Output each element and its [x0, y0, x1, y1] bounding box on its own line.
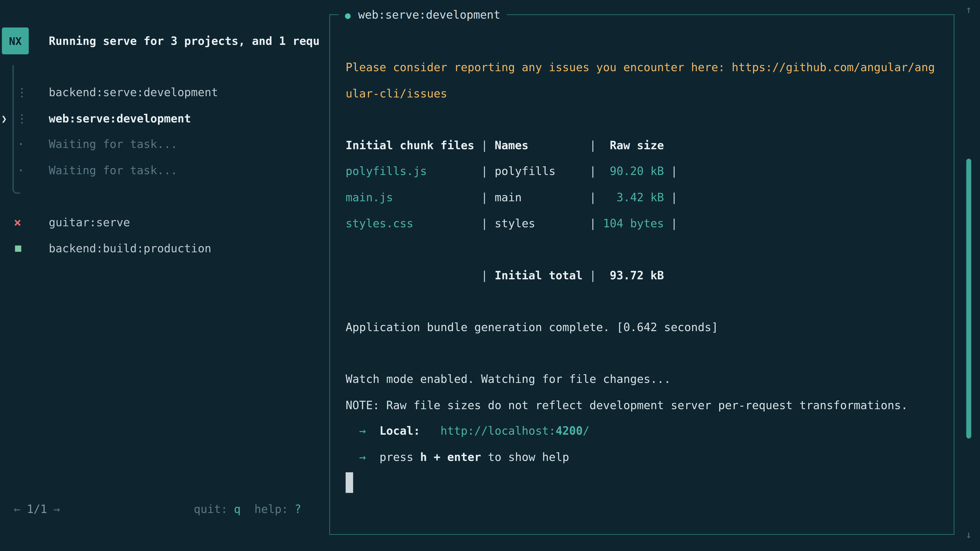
pager-left-icon[interactable]: ← [14, 502, 21, 515]
pager: ←1/1→ [14, 496, 60, 522]
help-line-keys: h + enter [420, 450, 481, 463]
pipe: | [590, 268, 597, 281]
table-total-row: |Initial total|93.72 kB [345, 262, 939, 288]
help-hint-label: help: [255, 502, 288, 515]
issue-notice: Please consider reporting any issues you… [345, 54, 935, 106]
cell-file: polyfills.js [345, 159, 481, 184]
col-header-size: Raw size [596, 132, 664, 159]
pipe: | [481, 165, 488, 178]
success-square-icon [15, 245, 21, 251]
url-port: 4200 [555, 424, 583, 437]
pager-right-icon[interactable]: → [53, 502, 60, 515]
task-item-waiting-2[interactable]: ·Waiting for task... [0, 157, 329, 184]
output-panel: ●web:serve:development Please consider r… [329, 14, 955, 535]
waiting-dot-icon: · [18, 131, 24, 157]
pipe: | [664, 210, 678, 236]
task-label: guitar:serve [49, 209, 130, 235]
waiting-dot-icon: · [18, 157, 24, 184]
terminal-output: Please consider reporting any issues you… [345, 54, 939, 496]
terminal-cursor [345, 472, 353, 493]
cell-size: 3.42 kB [596, 184, 664, 210]
nx-logo: NX [2, 27, 29, 54]
total-label: Initial total [488, 262, 590, 288]
panel-title: ●web:serve:development [339, 2, 507, 28]
cell-file: styles.css [345, 210, 481, 236]
url-suffix: / [583, 424, 590, 437]
cell-name: polyfills [488, 159, 590, 184]
sidebar: NX Running serve for 3 projects, and 1 r… [0, 0, 329, 551]
scrollbar-thumb[interactable] [966, 159, 971, 438]
task-item-web-serve[interactable]: ❯⋮web:serve:development [0, 106, 329, 132]
help-hint-key: ? [294, 502, 301, 515]
pipe: | [481, 138, 488, 151]
col-header-name: Names [488, 132, 590, 159]
pipe: | [481, 191, 488, 203]
table-row: styles.css|styles|104 bytes| [345, 210, 939, 236]
quit-hint-label: quit: [194, 502, 228, 515]
help-line-pre: press [380, 450, 420, 463]
pipe: | [481, 268, 488, 281]
table-row: main.js|main|3.42 kB| [345, 184, 939, 210]
keyboard-hints: quit:qhelp:? [194, 496, 301, 522]
pipe: | [590, 191, 597, 203]
error-x-icon: × [14, 209, 21, 235]
help-line-post: to show help [481, 450, 569, 463]
arrow-icon: → [359, 424, 366, 437]
cell-file: main.js [345, 184, 481, 210]
pipe: | [481, 217, 488, 230]
help-key-line: →press h + enter to show help [345, 444, 939, 470]
nx-tui: NX Running serve for 3 projects, and 1 r… [0, 0, 980, 551]
pipe: | [590, 165, 597, 178]
note-line: NOTE: Raw file sizes do not reflect deve… [345, 392, 939, 418]
sidebar-title: Running serve for 3 projects, and 1 requ [49, 27, 329, 54]
task-label: backend:build:production [49, 235, 211, 262]
task-item-waiting-1[interactable]: ·Waiting for task... [0, 131, 329, 157]
cell-name: main [488, 184, 590, 210]
task-item-backend-build[interactable]: backend:build:production [0, 235, 329, 262]
task-item-guitar-serve[interactable]: ×guitar:serve [0, 209, 329, 235]
cell-size: 90.20 kB [596, 159, 664, 184]
local-label: Local: [380, 424, 420, 437]
task-label: web:serve:development [49, 106, 191, 132]
scroll-up-icon[interactable]: ↑ [961, 3, 977, 17]
task-label: Waiting for task... [49, 157, 177, 184]
spinner-icon: ⋮ [16, 106, 27, 132]
selected-chevron-icon: ❯ [1, 106, 7, 132]
panel-title-label: web:serve:development [358, 8, 500, 21]
total-size: 93.72 kB [596, 262, 664, 288]
bundle-complete-line: Application bundle generation complete. … [345, 314, 939, 340]
terminal-screen: NX Running serve for 3 projects, and 1 r… [0, 0, 980, 551]
local-url-line: →Local:http://localhost:4200/ [345, 418, 939, 444]
cell-name: styles [488, 210, 590, 236]
table-row: polyfills.js|polyfills|90.20 kB| [345, 159, 939, 184]
url-prefix: http://localhost: [441, 424, 555, 437]
pipe: | [590, 138, 597, 151]
task-label: Waiting for task... [49, 131, 177, 157]
spinner-icon: ⋮ [16, 79, 27, 106]
col-header-file: Initial chunk files [345, 132, 481, 159]
pipe: | [664, 159, 678, 184]
pipe: | [664, 184, 678, 210]
scroll-down-icon[interactable]: ↓ [961, 527, 977, 542]
quit-hint-key: q [234, 502, 241, 515]
task-item-backend-serve[interactable]: ⋮backend:serve:development [0, 79, 329, 106]
task-label: backend:serve:development [49, 79, 218, 106]
watch-mode-line: Watch mode enabled. Watching for file ch… [345, 366, 939, 392]
pipe: | [590, 217, 597, 230]
arrow-icon: → [359, 450, 366, 463]
cursor-line [345, 470, 939, 496]
cell-size: 104 bytes [596, 210, 664, 236]
table-header-row: Initial chunk files|Names|Raw size [345, 132, 939, 159]
local-url[interactable]: http://localhost:4200/ [441, 424, 590, 437]
pager-page: 1/1 [27, 502, 47, 515]
status-dot-icon: ● [345, 10, 351, 21]
